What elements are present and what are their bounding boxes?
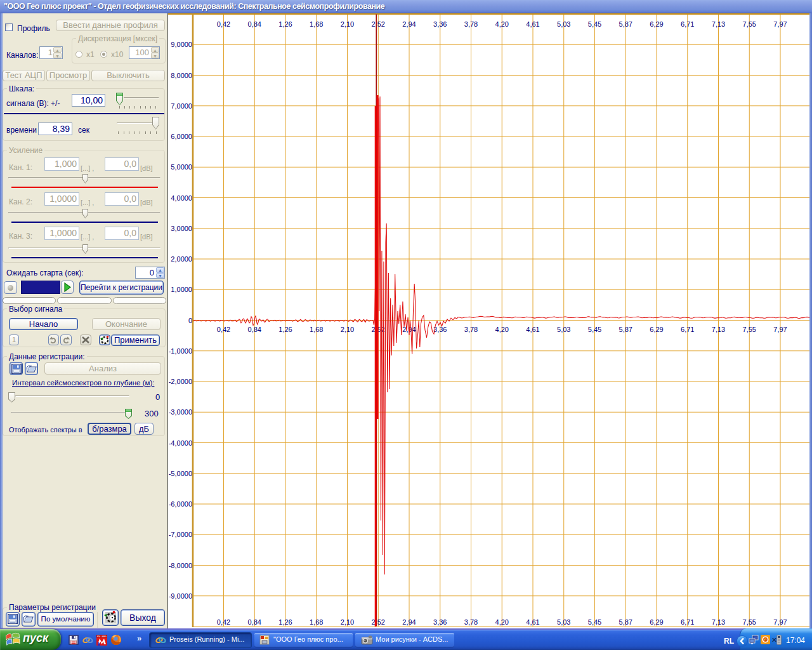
svg-text:4,20: 4,20	[495, 20, 509, 28]
svg-text:-5,0000: -5,0000	[169, 470, 192, 477]
svg-text:6,71: 6,71	[681, 20, 694, 28]
svg-text:3,36: 3,36	[433, 20, 447, 28]
svg-text:2,0000: 2,0000	[171, 255, 192, 263]
svg-text:5,0000: 5,0000	[171, 163, 192, 171]
svg-text:5,87: 5,87	[619, 618, 632, 626]
svg-text:5,87: 5,87	[619, 326, 632, 333]
svg-text:3,0000: 3,0000	[171, 225, 192, 232]
svg-text:2,10: 2,10	[341, 326, 354, 333]
svg-text:0,42: 0,42	[217, 326, 230, 333]
svg-text:2,52: 2,52	[372, 618, 385, 626]
svg-text:7,13: 7,13	[712, 618, 725, 626]
svg-text:-1,0000: -1,0000	[169, 347, 192, 355]
svg-text:4,61: 4,61	[526, 618, 539, 626]
svg-text:7,55: 7,55	[743, 326, 756, 333]
svg-text:7,55: 7,55	[743, 20, 756, 28]
svg-text:2,94: 2,94	[402, 20, 416, 28]
svg-text:FM LABS: FM LABS	[97, 635, 107, 638]
svg-text:1,26: 1,26	[278, 20, 292, 28]
svg-text:3,78: 3,78	[464, 20, 478, 28]
svg-text:-4,0000: -4,0000	[169, 439, 192, 447]
svg-text:0,84: 0,84	[248, 20, 261, 28]
svg-text:-2,0000: -2,0000	[169, 378, 192, 385]
svg-text:1,68: 1,68	[310, 618, 323, 626]
svg-text:4,61: 4,61	[526, 20, 539, 28]
svg-text:7,13: 7,13	[712, 326, 725, 333]
svg-text:5,45: 5,45	[588, 20, 601, 28]
svg-text:1,68: 1,68	[310, 20, 323, 28]
svg-text:7,13: 7,13	[712, 20, 725, 28]
svg-text:-3,0000: -3,0000	[169, 408, 192, 416]
svg-text:6,29: 6,29	[650, 326, 663, 333]
svg-text:7,97: 7,97	[773, 326, 787, 333]
svg-text:8,0000: 8,0000	[171, 72, 192, 79]
svg-text:9,0000: 9,0000	[171, 41, 192, 48]
svg-text:0,42: 0,42	[217, 20, 230, 28]
svg-text:1,68: 1,68	[310, 326, 323, 333]
svg-text:6,71: 6,71	[681, 618, 694, 626]
svg-text:3,36: 3,36	[433, 618, 447, 626]
svg-text:3,78: 3,78	[464, 326, 478, 333]
svg-text:6,0000: 6,0000	[171, 133, 192, 140]
svg-text:7,55: 7,55	[743, 618, 756, 626]
svg-text:5,45: 5,45	[588, 326, 601, 333]
svg-text:5,87: 5,87	[619, 20, 632, 28]
svg-text:4,0000: 4,0000	[171, 194, 192, 202]
svg-text:4,20: 4,20	[495, 326, 509, 333]
svg-text:2,10: 2,10	[341, 20, 354, 28]
svg-text:3,78: 3,78	[464, 618, 478, 626]
svg-text:5,03: 5,03	[557, 326, 570, 333]
svg-text:4,20: 4,20	[495, 618, 509, 626]
svg-text:7,97: 7,97	[773, 618, 787, 626]
svg-text:0,42: 0,42	[217, 618, 230, 626]
svg-text:-9,0000: -9,0000	[169, 592, 192, 600]
svg-text:-8,0000: -8,0000	[169, 562, 192, 569]
svg-text:-7,0000: -7,0000	[169, 531, 192, 538]
svg-text:6,71: 6,71	[681, 326, 694, 333]
svg-text:0,84: 0,84	[248, 618, 261, 626]
svg-text:1,0000: 1,0000	[171, 286, 192, 293]
svg-text:7,97: 7,97	[773, 20, 787, 28]
svg-text:5,03: 5,03	[557, 618, 570, 626]
svg-text:2,94: 2,94	[402, 618, 416, 626]
svg-text:1,26: 1,26	[278, 326, 292, 333]
svg-text:2,10: 2,10	[341, 618, 354, 626]
svg-text:6,29: 6,29	[650, 20, 663, 28]
svg-text:5,03: 5,03	[557, 20, 570, 28]
svg-text:2,52: 2,52	[372, 20, 385, 28]
svg-text:4,61: 4,61	[526, 326, 539, 333]
svg-text:5,45: 5,45	[588, 618, 601, 626]
svg-text:6,29: 6,29	[650, 618, 663, 626]
svg-text:7,0000: 7,0000	[171, 102, 192, 110]
svg-text:0: 0	[188, 317, 192, 324]
svg-text:-6,0000: -6,0000	[169, 500, 192, 508]
svg-text:0,84: 0,84	[248, 326, 261, 333]
svg-text:1,26: 1,26	[278, 618, 292, 626]
